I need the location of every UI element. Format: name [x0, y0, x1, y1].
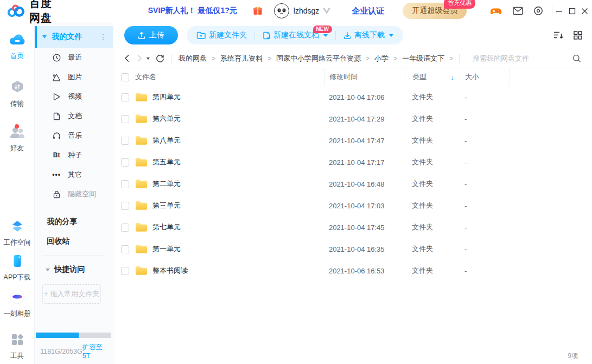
sidebar-item-documents[interactable]: 文档	[35, 106, 113, 126]
file-name[interactable]: 第六单元	[152, 114, 181, 124]
sidebar-item-videos[interactable]: 视频	[35, 87, 113, 106]
file-row[interactable]: 第七单元 2021-10-04 17:45 文件夹 -	[113, 216, 592, 238]
rail-item-workspace[interactable]: 工作空间	[4, 219, 31, 247]
file-name[interactable]: 第八单元	[152, 136, 181, 145]
sidebar-item-my-shares[interactable]: 我的分享	[35, 212, 113, 232]
rail-item-app-download[interactable]: APP下载	[4, 254, 31, 282]
sidebar-item-recycle-bin[interactable]: 回收站	[35, 232, 113, 251]
minimize-button[interactable]	[554, 3, 565, 18]
my-files-label: 我的文件	[52, 32, 82, 42]
rail-item-tools[interactable]: 工具	[10, 333, 24, 361]
file-row[interactable]: 第一单元 2021-10-04 16:35 文件夹 -	[113, 238, 592, 260]
offline-download-button[interactable]: 离线下载	[336, 30, 401, 40]
row-checkbox[interactable]	[121, 245, 129, 253]
sidebar-item-hidden-space[interactable]: 隐藏空间	[35, 184, 113, 204]
breadcrumb-item[interactable]: 系统育儿资料	[220, 54, 263, 63]
file-row[interactable]: 整本书阅读 2021-10-06 16:53 文件夹 -	[113, 260, 592, 282]
collapse-arrow-icon[interactable]	[46, 269, 50, 271]
file-size: -	[461, 158, 510, 167]
file-row[interactable]: 第三单元 2021-10-04 17:03 文件夹 -	[113, 195, 592, 216]
more-options-icon[interactable]: ⋮	[99, 33, 107, 41]
history-dropdown-icon[interactable]	[147, 58, 150, 60]
sidebar-item-quick-access[interactable]: 快捷访问	[35, 259, 113, 280]
rail-label: 一刻相册	[4, 309, 31, 318]
select-all-checkbox[interactable]	[121, 73, 129, 81]
search-icon[interactable]	[572, 54, 581, 63]
sort-order-icon[interactable]	[553, 31, 564, 40]
enterprise-verify-link[interactable]: 企业认证	[352, 6, 384, 16]
breadcrumb-item[interactable]: 我的网盘	[179, 54, 207, 63]
pin-folder-dropzone[interactable]: + 拖入常用文件夹	[42, 284, 101, 304]
file-name[interactable]: 第四单元	[152, 92, 181, 102]
row-checkbox[interactable]	[121, 93, 129, 101]
folder-icon	[135, 222, 148, 232]
gift-icon[interactable]	[252, 5, 263, 16]
forward-button[interactable]	[137, 54, 142, 62]
row-checkbox[interactable]	[121, 180, 129, 188]
app-logo[interactable]: 百度网盘	[8, 0, 53, 25]
breadcrumb-item[interactable]: 一年级语文下	[402, 54, 444, 63]
row-checkbox[interactable]	[121, 202, 129, 210]
main-content: 上传 新建文件夹 新建在线文档 NEW	[113, 22, 592, 364]
rail-item-friends[interactable]: 好友	[9, 126, 26, 153]
collapse-arrow-icon[interactable]	[42, 35, 47, 39]
file-name[interactable]: 第三单元	[152, 201, 181, 210]
search-input[interactable]	[473, 54, 568, 62]
file-type: 文件夹	[405, 244, 461, 254]
refresh-button[interactable]	[156, 54, 164, 63]
rail-item-home[interactable]: 首页	[8, 33, 27, 61]
close-button[interactable]	[579, 3, 590, 18]
column-header-type[interactable]: 类型 ↓	[405, 68, 461, 86]
file-type: 文件夹	[405, 157, 461, 167]
user-account[interactable]: lzhdsgz	[274, 3, 331, 18]
sidebar-item-torrents[interactable]: Bt 种子	[35, 145, 113, 165]
back-button[interactable]	[124, 54, 130, 62]
expand-storage-link[interactable]: 扩容至5T	[82, 343, 107, 360]
file-row[interactable]: 第六单元 2021-10-04 17:29 文件夹 -	[113, 108, 592, 130]
message-icon[interactable]	[513, 7, 523, 15]
sidebar-item-my-files[interactable]: 我的文件 ⋮	[35, 26, 113, 48]
row-checkbox[interactable]	[121, 115, 129, 123]
column-header-time[interactable]: 修改时间	[324, 68, 405, 86]
rail-item-transfer[interactable]: 传输	[10, 80, 24, 108]
sort-descending-icon[interactable]: ↓	[450, 73, 454, 81]
row-checkbox[interactable]	[121, 137, 129, 145]
file-name[interactable]: 第二单元	[152, 179, 181, 189]
maximize-button[interactable]	[566, 3, 577, 18]
new-online-doc-button[interactable]: 新建在线文档 NEW	[255, 30, 335, 40]
settings-icon[interactable]	[533, 6, 543, 16]
sidebar-item-others[interactable]: ••• 其它	[35, 165, 113, 184]
column-header-size[interactable]: 大小	[461, 68, 510, 86]
sidebar-item-music[interactable]: 音乐	[35, 126, 113, 145]
rail-item-album[interactable]: 一刻相册	[4, 289, 31, 318]
file-row[interactable]: 第五单元 2021-10-04 17:17 文件夹 -	[113, 151, 592, 173]
category-label: 文档	[68, 111, 82, 121]
svip-promo-link[interactable]: SVIP新人礼！ 最低仅1?元	[148, 6, 237, 16]
row-checkbox[interactable]	[121, 158, 129, 167]
new-folder-button[interactable]: 新建文件夹	[189, 30, 254, 40]
upload-button[interactable]: 上传	[124, 26, 178, 44]
file-name[interactable]: 第一单元	[152, 244, 181, 254]
file-type: 文件夹	[405, 114, 461, 124]
grid-view-icon[interactable]	[574, 31, 582, 40]
sidebar-divider	[42, 255, 105, 256]
row-checkbox[interactable]	[121, 223, 129, 232]
file-name[interactable]: 第五单元	[152, 157, 181, 167]
sidebar-item-pictures[interactable]: 图片	[35, 67, 113, 87]
sidebar: 我的文件 ⋮ 最近 图片 视频	[35, 22, 113, 364]
column-header-name[interactable]: 文件名	[135, 68, 324, 86]
breadcrumb-item[interactable]: 国家中小学网络云平台资源	[276, 54, 361, 63]
file-name[interactable]: 第七单元	[152, 222, 181, 232]
breadcrumb-item[interactable]: 小学	[374, 54, 389, 63]
game-center-icon[interactable]	[489, 5, 502, 16]
file-modified-time: 2021-10-04 17:29	[324, 115, 405, 123]
breadcrumb-separator: >	[393, 55, 397, 62]
rail-label: 工具	[10, 352, 24, 361]
sidebar-item-recent[interactable]: 最近	[35, 48, 113, 67]
file-name[interactable]: 整本书阅读	[152, 266, 188, 276]
row-checkbox[interactable]	[121, 267, 129, 275]
file-row[interactable]: 第二单元 2021-10-04 16:48 文件夹 -	[113, 173, 592, 195]
search-divider	[459, 54, 460, 63]
file-row[interactable]: 第四单元 2021-10-04 17:06 文件夹 -	[113, 86, 592, 108]
file-row[interactable]: 第八单元 2021-10-04 17:47 文件夹 -	[113, 130, 592, 151]
